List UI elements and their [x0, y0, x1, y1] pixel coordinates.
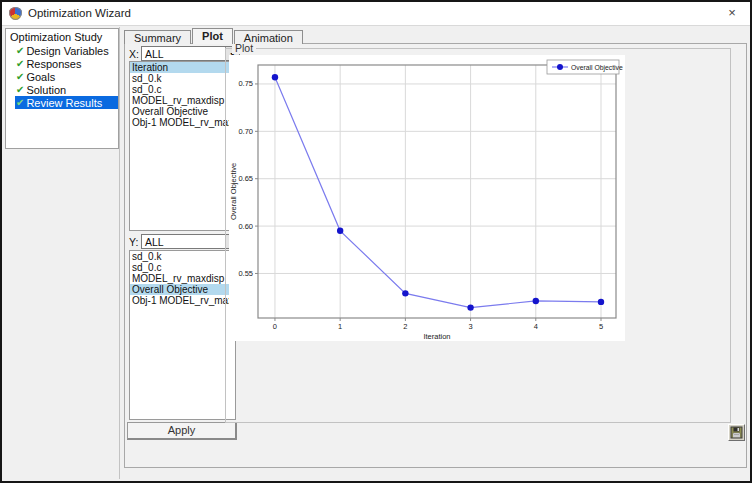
data-point: [598, 299, 604, 305]
tree-item-solution[interactable]: ✔Solution: [15, 83, 118, 96]
check-icon: ✔: [16, 58, 24, 70]
app-icon: [9, 7, 22, 20]
window-title: Optimization Wizard: [28, 7, 131, 19]
data-point: [402, 290, 408, 296]
tab-animation[interactable]: Animation: [234, 30, 303, 44]
list-item[interactable]: MODEL_rv_maxdisp: [130, 273, 235, 284]
tab-summary[interactable]: Summary: [124, 30, 191, 44]
y-tick-label: 0.60: [238, 222, 253, 231]
tab-plot[interactable]: Plot: [192, 28, 233, 44]
y-selector-label: Y:: [129, 236, 138, 248]
data-point: [533, 298, 539, 304]
y-axis-label: Overall Objective: [229, 163, 238, 220]
title-bar: Optimization Wizard ×: [2, 2, 750, 26]
x-tick-label: 2: [403, 322, 407, 331]
tree-item-review-results[interactable]: ✔Review Results: [15, 96, 118, 109]
list-item[interactable]: sd_0.c: [130, 84, 235, 95]
tab-bar: SummaryPlotAnimation: [124, 29, 304, 44]
tree-item-label: Solution: [26, 84, 66, 96]
list-item[interactable]: Overall Objective: [130, 106, 235, 117]
x-tick-label: 4: [534, 322, 538, 331]
tree-item-design-variables[interactable]: ✔Design Variables: [15, 44, 118, 57]
list-item[interactable]: sd_0.c: [130, 262, 235, 273]
y-tick-label: 0.65: [238, 174, 253, 183]
y-selector-row: Y: ALL ▼: [129, 234, 237, 249]
check-icon: ✔: [16, 45, 24, 57]
data-point: [467, 304, 473, 310]
x-selector-row: X: ALL ▼: [129, 46, 237, 61]
x-selector-label: X:: [129, 48, 139, 60]
list-item[interactable]: sd_0.k: [130, 73, 235, 84]
list-item[interactable]: Obj-1 MODEL_rv_maxacc: [130, 295, 235, 306]
check-icon: ✔: [16, 71, 24, 83]
tree-item-label: Design Variables: [26, 45, 108, 57]
save-plot-button[interactable]: [728, 424, 745, 441]
x-tick-label: 1: [338, 322, 342, 331]
legend-marker: [557, 64, 563, 70]
legend-label: Overall Objective: [571, 64, 623, 72]
y-tick-label: 0.75: [238, 79, 253, 88]
tree-item-goals[interactable]: ✔Goals: [15, 70, 118, 83]
y-tick-label: 0.55: [238, 269, 253, 278]
tree-root-optimization-study[interactable]: Optimization Study: [6, 29, 118, 44]
x-tick-label: 3: [468, 322, 472, 331]
tree-item-label: Goals: [26, 71, 55, 83]
objective-line-chart: 0.550.600.650.700.75012345IterationOvera…: [229, 55, 625, 341]
list-item[interactable]: sd_0.k: [130, 251, 235, 262]
tree-item-label: Review Results: [26, 97, 102, 109]
list-item[interactable]: Overall Objective: [130, 284, 235, 295]
x-tick-label: 5: [599, 322, 603, 331]
tree-item-responses[interactable]: ✔Responses: [15, 57, 118, 70]
data-point: [337, 228, 343, 234]
x-tick-label: 0: [273, 322, 277, 331]
x-channel-list: Iterationsd_0.ksd_0.cMODEL_rv_maxdispOve…: [129, 61, 236, 231]
panel-splitter[interactable]: [119, 27, 120, 479]
y-channel-list: sd_0.ksd_0.cMODEL_rv_maxdispOverall Obje…: [129, 250, 236, 420]
plot-tab-panel: X: ALL ▼ Iterationsd_0.ksd_0.cMODEL_rv_m…: [124, 43, 747, 468]
list-item[interactable]: MODEL_rv_maxdisp: [130, 95, 235, 106]
floppy-disk-icon: [729, 425, 744, 440]
close-icon[interactable]: ×: [724, 5, 740, 21]
tree-item-label: Responses: [26, 58, 81, 70]
optimization-wizard-dialog: Optimization Wizard × Optimization Study…: [0, 0, 752, 483]
x-axis-label: Iteration: [423, 332, 450, 341]
y-tick-label: 0.70: [238, 127, 253, 136]
study-tree: Optimization Study ✔Design Variables✔Res…: [5, 28, 119, 149]
plot-frame: [258, 65, 616, 318]
check-icon: ✔: [16, 97, 24, 109]
check-icon: ✔: [16, 84, 24, 96]
list-item[interactable]: Obj-1 MODEL_rv_maxacc: [130, 117, 235, 128]
list-item[interactable]: Iteration: [130, 62, 235, 73]
apply-button[interactable]: Apply: [127, 422, 237, 440]
data-point: [272, 74, 278, 80]
